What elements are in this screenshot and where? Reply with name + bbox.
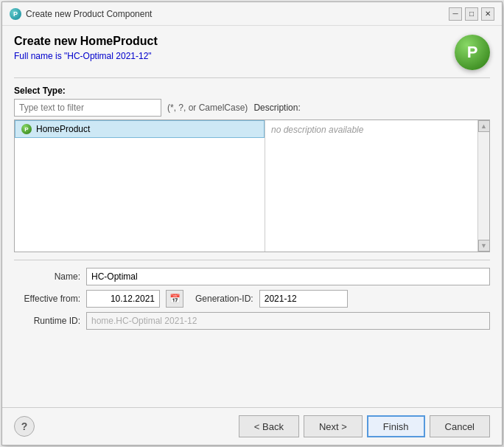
header-texts: Create new HomeProduct Full name is "HC-… xyxy=(14,35,158,61)
cancel-button[interactable]: Cancel xyxy=(430,415,490,437)
scroll-down-button[interactable]: ▼ xyxy=(478,240,490,252)
description-text: no description available xyxy=(271,125,363,135)
runtime-id-input xyxy=(86,312,490,330)
runtime-id-row: Runtime ID: xyxy=(14,312,490,330)
fields-section: Name: Effective from: 📅 Generation-ID: R… xyxy=(14,268,490,330)
description-scrollbar: ▲ ▼ xyxy=(477,120,489,252)
app-icon: P xyxy=(10,8,21,20)
button-bar: ? < Back Next > Finish Cancel xyxy=(2,407,502,445)
select-type-section: Select Type: (*, ?, or CamelCase) Descri… xyxy=(14,86,490,252)
effective-from-label: Effective from: xyxy=(14,294,80,304)
nav-buttons: < Back Next > Finish Cancel xyxy=(239,415,490,437)
title-bar: P Create new Product Component ─ □ ✕ xyxy=(2,2,502,26)
close-button[interactable]: ✕ xyxy=(481,7,494,21)
title-bar-left: P Create new Product Component xyxy=(10,8,152,20)
next-button[interactable]: Next > xyxy=(304,415,363,437)
help-button[interactable]: ? xyxy=(14,416,35,437)
runtime-id-label: Runtime ID: xyxy=(14,316,80,326)
dialog-title: Create new Product Component xyxy=(26,9,152,19)
subtitle: Full name is "HC-Optimal 2021-12" xyxy=(14,51,158,61)
effective-from-input[interactable] xyxy=(86,290,160,308)
dialog-content: Create new HomeProduct Full name is "HC-… xyxy=(2,26,502,407)
main-title: Create new HomeProduct xyxy=(14,35,158,48)
effective-row: Effective from: 📅 Generation-ID: xyxy=(14,290,490,308)
description-panel: no description available ▲ ▼ xyxy=(265,120,489,252)
dialog: P Create new Product Component ─ □ ✕ Cre… xyxy=(1,1,503,446)
type-item-label: HomeProduct xyxy=(36,124,90,134)
name-input[interactable] xyxy=(86,268,490,285)
back-button[interactable]: < Back xyxy=(239,415,299,437)
scroll-up-button[interactable]: ▲ xyxy=(478,120,490,132)
select-type-label: Select Type: xyxy=(14,86,490,96)
generation-id-input[interactable] xyxy=(259,290,348,308)
filter-row: (*, ?, or CamelCase) Description: xyxy=(14,99,490,117)
type-list-item[interactable]: P HomeProduct xyxy=(15,120,265,138)
type-item-icon: P xyxy=(21,124,32,134)
header-section: Create new HomeProduct Full name is "HC-… xyxy=(14,35,490,70)
generation-id-label: Generation-ID: xyxy=(195,294,253,304)
title-bar-controls: ─ □ ✕ xyxy=(449,7,494,21)
name-label: Name: xyxy=(14,271,80,282)
type-list: P HomeProduct xyxy=(15,120,265,252)
maximize-button[interactable]: □ xyxy=(465,7,478,21)
header-divider xyxy=(14,77,490,78)
product-icon: P xyxy=(455,35,490,70)
camelcase-hint: (*, ?, or CamelCase) xyxy=(167,103,248,113)
calendar-button[interactable]: 📅 xyxy=(166,290,183,308)
type-selection-area: P HomeProduct no description available ▲… xyxy=(14,119,490,252)
description-label: Description: xyxy=(253,103,300,113)
minimize-button[interactable]: ─ xyxy=(449,7,462,21)
name-row: Name: xyxy=(14,268,490,285)
fields-divider xyxy=(14,260,490,260)
type-filter-input[interactable] xyxy=(14,99,161,117)
finish-button[interactable]: Finish xyxy=(367,415,425,437)
